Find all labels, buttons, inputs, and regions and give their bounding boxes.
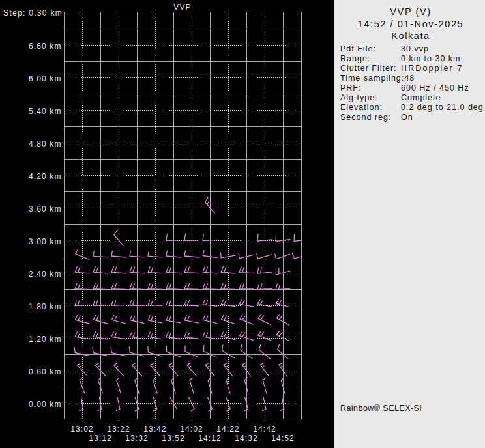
svg-text:13:52: 13:52 [162, 434, 185, 443]
svg-text:6.60 km: 6.60 km [29, 42, 61, 51]
svg-text:13:22: 13:22 [107, 425, 130, 434]
svg-text:14:02: 14:02 [180, 425, 203, 434]
svg-text:Alg type:: Alg type: [340, 93, 378, 102]
svg-text:6.00 km: 6.00 km [29, 74, 61, 83]
svg-text:3.00 km: 3.00 km [29, 237, 61, 246]
svg-text:Kolkata: Kolkata [391, 31, 430, 41]
svg-text:30.vvp: 30.vvp [401, 44, 429, 53]
svg-text:VVP: VVP [173, 3, 191, 12]
svg-text:IIRDoppler 7: IIRDoppler 7 [401, 64, 463, 73]
svg-text:Clutter Filter:: Clutter Filter: [340, 64, 397, 73]
svg-text:3.60 km: 3.60 km [29, 204, 61, 214]
svg-text:600 Hz / 450 Hz: 600 Hz / 450 Hz [401, 83, 469, 92]
svg-text:2.40 km: 2.40 km [29, 270, 61, 279]
svg-text:Second reg:: Second reg: [340, 113, 391, 122]
svg-text:VVP (V): VVP (V) [390, 7, 431, 17]
svg-text:0 km to 30 km: 0 km to 30 km [401, 54, 461, 63]
svg-text:PRF:: PRF: [340, 83, 361, 92]
svg-text:4.20 km: 4.20 km [29, 172, 61, 181]
svg-text:13:02: 13:02 [70, 425, 94, 434]
svg-text:14:52 / 01-Nov-2025: 14:52 / 01-Nov-2025 [358, 19, 464, 29]
svg-text:Rainbow® SELEX-SI: Rainbow® SELEX-SI [340, 404, 422, 413]
svg-text:1.80 km: 1.80 km [29, 302, 61, 311]
svg-text:14:52: 14:52 [271, 434, 295, 443]
svg-text:14:22: 14:22 [216, 425, 240, 434]
svg-text:13:12: 13:12 [89, 434, 112, 443]
svg-text:Elevation:: Elevation: [340, 103, 383, 112]
svg-text:13:32: 13:32 [125, 434, 149, 443]
svg-text:14:12: 14:12 [198, 434, 222, 443]
svg-text:5.40 km: 5.40 km [29, 107, 61, 116]
svg-text:On: On [401, 113, 413, 122]
svg-text:Range:: Range: [340, 54, 370, 63]
svg-text:0.00 km: 0.00 km [29, 400, 61, 409]
svg-text:Time sampling:48: Time sampling:48 [340, 74, 415, 83]
svg-text:14:42: 14:42 [253, 425, 276, 434]
svg-text:Complete: Complete [401, 93, 441, 102]
svg-text:14:32: 14:32 [235, 434, 258, 443]
svg-text:0.2 deg to 21.0 deg: 0.2 deg to 21.0 deg [401, 103, 484, 112]
svg-text:1.20 km: 1.20 km [29, 335, 61, 344]
svg-text:4.80 km: 4.80 km [29, 139, 61, 148]
svg-text:0.60 km: 0.60 km [29, 367, 61, 376]
svg-text:Step: 0.30 km: Step: 0.30 km [3, 8, 63, 18]
svg-text:13:42: 13:42 [143, 425, 167, 434]
svg-text:Pdf File:: Pdf File: [340, 44, 376, 53]
